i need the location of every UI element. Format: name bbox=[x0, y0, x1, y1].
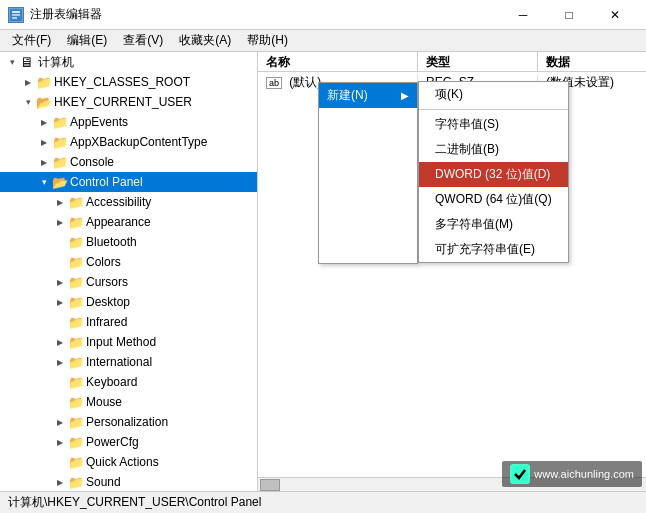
menu-help[interactable]: 帮助(H) bbox=[239, 30, 296, 51]
submenu-item-3[interactable]: QWORD (64 位)值(Q) bbox=[419, 187, 568, 212]
new-menu-arrow-icon: ▶ bbox=[401, 90, 409, 101]
appevents-arrow-icon: ▶ bbox=[36, 112, 52, 132]
hkcu-label: HKEY_CURRENT_USER bbox=[52, 95, 192, 109]
svg-rect-4 bbox=[512, 466, 528, 482]
mouse-arrow-placeholder: ▶ bbox=[52, 392, 68, 412]
root-arrow-icon: ▾ bbox=[4, 52, 20, 72]
tree-item-mouse[interactable]: ▶ 📁 Mouse bbox=[0, 392, 257, 412]
accessibility-folder-icon: 📁 bbox=[68, 192, 84, 212]
submenu-item-0[interactable]: 项(K) bbox=[419, 82, 568, 107]
close-button[interactable]: ✕ bbox=[592, 0, 638, 30]
context-menu-new: 新建(N) ▶ bbox=[318, 82, 418, 264]
tree-item-keyboard[interactable]: ▶ 📁 Keyboard bbox=[0, 372, 257, 392]
tree-item-infrared[interactable]: ▶ 📁 Infrared bbox=[0, 312, 257, 332]
watermark-icon bbox=[510, 464, 530, 484]
tree-item-colors[interactable]: ▶ 📁 Colors bbox=[0, 252, 257, 272]
status-text: 计算机\HKEY_CURRENT_USER\Control Panel bbox=[8, 494, 261, 511]
tree-item-inputmethod[interactable]: ▶ 📁 Input Method bbox=[0, 332, 257, 352]
tree-item-bluetooth[interactable]: ▶ 📁 Bluetooth bbox=[0, 232, 257, 252]
col-type-header: 类型 bbox=[418, 52, 538, 71]
personalization-arrow-icon: ▶ bbox=[52, 412, 68, 432]
tree-item-cursors[interactable]: ▶ 📁 Cursors bbox=[0, 272, 257, 292]
appxbackup-arrow-icon: ▶ bbox=[36, 132, 52, 152]
appearance-label: Appearance bbox=[84, 215, 151, 229]
desktop-arrow-icon: ▶ bbox=[52, 292, 68, 312]
cursors-folder-icon: 📁 bbox=[68, 272, 84, 292]
tree-scroll[interactable]: ▾ 🖥 计算机 ▶ 📁 HKEY_CLASSES_ROOT ▾ 📂 HKEY_C… bbox=[0, 52, 257, 491]
title-bar-left: 注册表编辑器 bbox=[8, 6, 102, 23]
submenu-divider bbox=[419, 109, 568, 110]
appearance-arrow-icon: ▶ bbox=[52, 212, 68, 232]
sound-folder-icon: 📁 bbox=[68, 472, 84, 491]
controlpanel-folder-icon: 📂 bbox=[52, 172, 68, 192]
menu-file[interactable]: 文件(F) bbox=[4, 30, 59, 51]
submenu-item-4[interactable]: 多字符串值(M) bbox=[419, 212, 568, 237]
cursors-label: Cursors bbox=[84, 275, 128, 289]
menu-edit[interactable]: 编辑(E) bbox=[59, 30, 115, 51]
mouse-label: Mouse bbox=[84, 395, 122, 409]
tree-item-hkcu[interactable]: ▾ 📂 HKEY_CURRENT_USER bbox=[0, 92, 257, 112]
right-header: 名称 类型 数据 bbox=[258, 52, 646, 72]
tree-root-label: 计算机 bbox=[36, 54, 74, 71]
tree-item-controlpanel[interactable]: ▾ 📂 Control Panel bbox=[0, 172, 257, 192]
col-data-header: 数据 bbox=[538, 52, 646, 71]
appearance-folder-icon: 📁 bbox=[68, 212, 84, 232]
submenu-item-5[interactable]: 可扩充字符串值(E) bbox=[419, 237, 568, 262]
colors-label: Colors bbox=[84, 255, 121, 269]
colors-arrow-placeholder: ▶ bbox=[52, 252, 68, 272]
keyboard-label: Keyboard bbox=[84, 375, 137, 389]
minimize-button[interactable]: ─ bbox=[500, 0, 546, 30]
computer-icon: 🖥 bbox=[20, 54, 34, 70]
desktop-label: Desktop bbox=[84, 295, 130, 309]
submenu-item-dword[interactable]: DWORD (32 位)值(D) bbox=[419, 162, 568, 187]
tree-item-international[interactable]: ▶ 📁 International bbox=[0, 352, 257, 372]
submenu-item-1[interactable]: 字符串值(S) bbox=[419, 112, 568, 137]
colors-folder-icon: 📁 bbox=[68, 252, 84, 272]
watermark: www.aichunling.com bbox=[502, 461, 642, 487]
tree-item-appevents[interactable]: ▶ 📁 AppEvents bbox=[0, 112, 257, 132]
menu-view[interactable]: 查看(V) bbox=[115, 30, 171, 51]
controlpanel-arrow-icon: ▾ bbox=[36, 172, 52, 192]
tree-item-sound[interactable]: ▶ 📁 Sound bbox=[0, 472, 257, 491]
ab-type-icon: ab bbox=[266, 77, 282, 89]
cursors-arrow-icon: ▶ bbox=[52, 272, 68, 292]
menu-favorites[interactable]: 收藏夹(A) bbox=[171, 30, 239, 51]
submenu-item-2[interactable]: 二进制值(B) bbox=[419, 137, 568, 162]
tree-item-appxbackup[interactable]: ▶ 📁 AppXBackupContentType bbox=[0, 132, 257, 152]
tree-item-appearance[interactable]: ▶ 📁 Appearance bbox=[0, 212, 257, 232]
appevents-label: AppEvents bbox=[68, 115, 128, 129]
hkcr-arrow-icon: ▶ bbox=[20, 72, 36, 92]
keyboard-folder-icon: 📁 bbox=[68, 372, 84, 392]
appxbackup-folder-icon: 📁 bbox=[52, 132, 68, 152]
svg-rect-3 bbox=[12, 17, 17, 19]
inputmethod-folder-icon: 📁 bbox=[68, 332, 84, 352]
accessibility-arrow-icon: ▶ bbox=[52, 192, 68, 212]
tree-root-computer[interactable]: ▾ 🖥 计算机 bbox=[0, 52, 257, 72]
keyboard-arrow-placeholder: ▶ bbox=[52, 372, 68, 392]
console-arrow-icon: ▶ bbox=[36, 152, 52, 172]
tree-item-console[interactable]: ▶ 📁 Console bbox=[0, 152, 257, 172]
new-menu-item[interactable]: 新建(N) ▶ bbox=[319, 83, 417, 108]
context-menu-wrapper: 新建(N) ▶ 项(K) 字符串值(S) 二进制值(B) DWORD (32 位… bbox=[318, 82, 569, 264]
bluetooth-label: Bluetooth bbox=[84, 235, 137, 249]
right-panel: 名称 类型 数据 ab (默认) REG_SZ (数值未设置) 新建(N) ▶ bbox=[258, 52, 646, 491]
personalization-folder-icon: 📁 bbox=[68, 412, 84, 432]
title-controls: ─ □ ✕ bbox=[500, 0, 638, 30]
tree-item-personalization[interactable]: ▶ 📁 Personalization bbox=[0, 412, 257, 432]
hkcr-folder-icon: 📁 bbox=[36, 72, 52, 92]
tree-item-powercfg[interactable]: ▶ 📁 PowerCfg bbox=[0, 432, 257, 452]
maximize-button[interactable]: □ bbox=[546, 0, 592, 30]
main-area: ▾ 🖥 计算机 ▶ 📁 HKEY_CLASSES_ROOT ▾ 📂 HKEY_C… bbox=[0, 52, 646, 491]
tree-item-hkcr[interactable]: ▶ 📁 HKEY_CLASSES_ROOT bbox=[0, 72, 257, 92]
appxbackup-label: AppXBackupContentType bbox=[68, 135, 207, 149]
window-title: 注册表编辑器 bbox=[30, 6, 102, 23]
sound-arrow-icon: ▶ bbox=[52, 472, 68, 491]
tree-item-desktop[interactable]: ▶ 📁 Desktop bbox=[0, 292, 257, 312]
sound-label: Sound bbox=[84, 475, 121, 489]
console-folder-icon: 📁 bbox=[52, 152, 68, 172]
hkcu-folder-icon: 📂 bbox=[36, 92, 52, 112]
tree-item-quickactions[interactable]: ▶ 📁 Quick Actions bbox=[0, 452, 257, 472]
tree-item-accessibility[interactable]: ▶ 📁 Accessibility bbox=[0, 192, 257, 212]
infrared-label: Infrared bbox=[84, 315, 127, 329]
mouse-folder-icon: 📁 bbox=[68, 392, 84, 412]
